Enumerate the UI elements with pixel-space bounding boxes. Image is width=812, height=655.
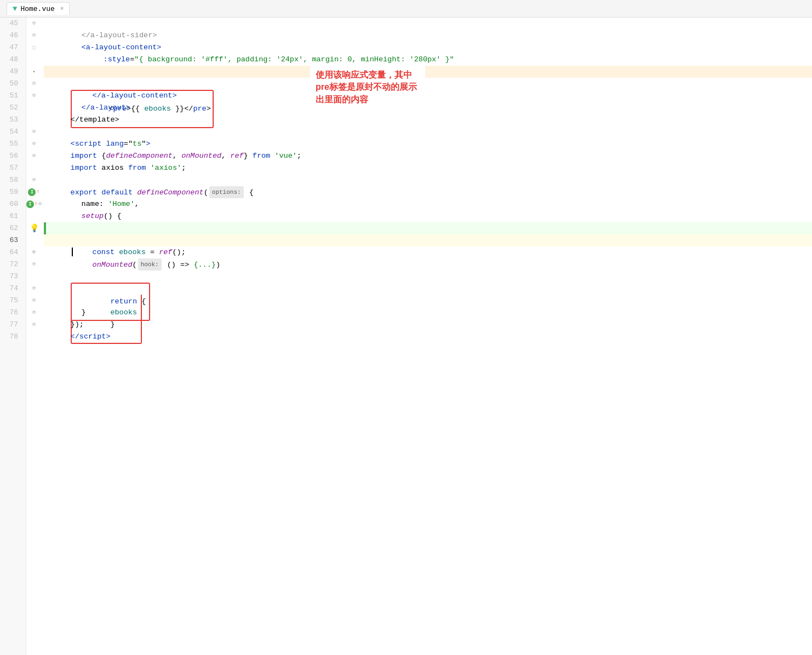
code-line-47: :style="{ background: '#fff', padding: '… — [44, 42, 812, 54]
fold-50[interactable]: ⊖ — [32, 78, 36, 90]
checkbox-49[interactable]: ▪ — [32, 66, 36, 78]
gc-49: ▪ — [26, 66, 42, 78]
ln-58: 58 — [4, 174, 21, 186]
gc-58: ⊖ — [26, 174, 42, 186]
gc-77: ⊖ — [26, 319, 42, 331]
code-line-62: const ebooks = ref(); — [44, 222, 812, 234]
tab-close[interactable]: × — [60, 5, 64, 12]
ln-63: 63 — [4, 234, 21, 246]
gutter: ⊖ ⊖ ☐ ▪ ⊖ ⊖ ⊖ ⊖ ⊖ ⊖ I ↑ I ↑ ⊖ 💡 ⊕ ⊖ ⊖ ⊖ … — [26, 18, 42, 655]
code-line-76: }); — [44, 307, 812, 319]
gc-54: ⊖ — [26, 126, 42, 138]
ln-73: 73 — [4, 271, 21, 283]
gc-55: ⊖ — [26, 138, 42, 150]
gc-64: ⊕ — [26, 246, 42, 258]
gc-74: ⊖ — [26, 283, 42, 295]
line-numbers: 45 46 47 48 49 50 51 52 53 54 55 56 57 5… — [0, 18, 26, 655]
fold-75[interactable]: ⊖ — [32, 295, 36, 307]
code-line-61: console.log("setup"); — [44, 210, 812, 222]
ln-64: 64 — [4, 246, 21, 258]
ln-45: 45 — [4, 18, 21, 30]
fold-56[interactable]: ⊖ — [32, 150, 36, 162]
ln-60: 60 — [4, 198, 21, 210]
gc-62: 💡 — [26, 222, 42, 234]
gc-63 — [26, 234, 42, 246]
code-line-57 — [44, 162, 812, 174]
file-tab[interactable]: ▼ Home.vue × — [7, 2, 70, 15]
fold-55[interactable]: ⊖ — [32, 138, 36, 150]
fold-77[interactable]: ⊖ — [32, 319, 36, 331]
code-line-52: </template> — [44, 102, 812, 114]
gc-59: I ↑ — [26, 186, 42, 198]
gc-72: ⊖ — [26, 258, 42, 271]
code-line-64: onMounted(hook: () => {...}) — [44, 246, 812, 258]
ln-56: 56 — [4, 150, 21, 162]
arrow-60: ↑ — [35, 198, 38, 210]
gc-57 — [26, 162, 42, 174]
ln-53: 53 — [4, 114, 21, 126]
ln-78: 78 — [4, 331, 21, 343]
checkbox-47[interactable]: ☐ — [32, 42, 36, 54]
bulb-62[interactable]: 💡 — [30, 222, 39, 234]
editor-area: 45 46 47 48 49 50 51 52 53 54 55 56 57 5… — [0, 18, 812, 655]
ln-54: 54 — [4, 126, 21, 138]
code-line-58: export default defineComponent(options: … — [44, 174, 812, 186]
code-line-73: ebooks — [44, 271, 812, 283]
fold-51[interactable]: ⊖ — [32, 90, 36, 102]
gc-73 — [26, 271, 42, 283]
ln-72: 72 — [4, 258, 21, 271]
code-line-74: } — [44, 283, 812, 295]
arrow-59: ↑ — [36, 186, 39, 198]
gc-52 — [26, 102, 42, 114]
ln-77: 77 — [4, 319, 21, 331]
fold-72[interactable]: ⊖ — [32, 258, 36, 271]
gc-56: ⊖ — [26, 150, 42, 162]
code-line-63 — [44, 234, 812, 246]
fold-64[interactable]: ⊕ — [32, 246, 36, 258]
gc-53 — [26, 114, 42, 126]
code-line-75: } — [44, 295, 812, 307]
title-bar: ▼ Home.vue × — [0, 0, 812, 18]
ln-50: 50 — [4, 78, 21, 90]
ln-57: 57 — [4, 162, 21, 174]
gc-50: ⊖ — [26, 78, 42, 90]
gc-78 — [26, 331, 42, 343]
ln-76: 76 — [4, 307, 21, 319]
code-line-77: </script> — [44, 319, 812, 331]
code-line-55: import {defineComponent, onMounted, ref}… — [44, 138, 812, 150]
code-line-50: </a-layout-content> — [44, 78, 812, 90]
gc-75: ⊖ — [26, 295, 42, 307]
fold-74[interactable]: ⊖ — [32, 283, 36, 295]
code-line-59: name: 'Home', — [44, 186, 812, 198]
ln-59: 59 — [4, 186, 21, 198]
ln-49: 49 — [4, 66, 21, 78]
fold-58[interactable]: ⊖ — [32, 174, 36, 186]
gc-60: I ↑ ⊖ — [26, 198, 42, 210]
fold-46[interactable]: ⊖ — [32, 30, 36, 42]
fold-54[interactable]: ⊖ — [32, 126, 36, 138]
code-line-51: </a-layout> — [44, 90, 812, 102]
fold-76[interactable]: ⊖ — [32, 307, 36, 319]
code-line-49: <pre>{{ ebooks }}</pre> — [44, 66, 812, 78]
code-line-54: <script lang="ts"> — [44, 126, 812, 138]
code-content[interactable]: </a-layout-sider> <a-layout-content> :st… — [42, 18, 812, 655]
code-line-48: > — [44, 54, 812, 66]
ln-62: 62 — [4, 222, 21, 234]
gc-45: ⊖ — [26, 18, 42, 30]
tab-filename: Home.vue — [20, 5, 54, 13]
code-line-46: <a-layout-content> — [44, 30, 812, 42]
vue-icon: ▼ — [13, 4, 17, 13]
ln-55: 55 — [4, 138, 21, 150]
ln-47: 47 — [4, 42, 21, 54]
code-line-78 — [44, 331, 812, 343]
gc-46: ⊖ — [26, 30, 42, 42]
gc-47: ☐ — [26, 42, 42, 54]
ln-51: 51 — [4, 90, 21, 102]
gc-51: ⊖ — [26, 90, 42, 102]
code-line-72: return { — [44, 258, 812, 271]
code-line-45: </a-layout-sider> — [44, 18, 812, 30]
code-line-60: setup() { — [44, 198, 812, 210]
ln-75: 75 — [4, 295, 21, 307]
fold-45[interactable]: ⊖ — [32, 18, 36, 30]
gc-48 — [26, 54, 42, 66]
